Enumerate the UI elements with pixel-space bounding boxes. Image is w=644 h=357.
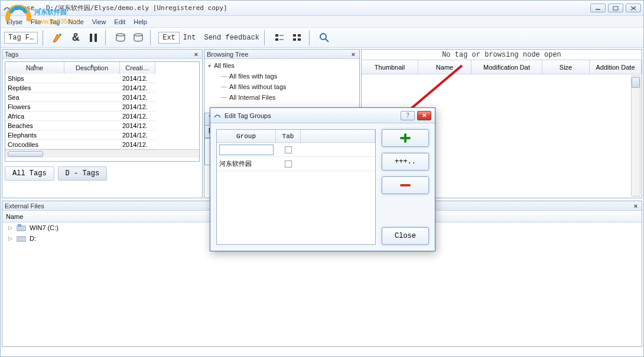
close-button[interactable] <box>626 4 641 12</box>
ext-panel-title: External Files <box>5 202 44 209</box>
tab-d-tags[interactable]: D - Tags <box>58 166 108 181</box>
svg-rect-13 <box>293 34 296 37</box>
tags-panel: Tags × ▲Name ▲Description Creati… Ships2… <box>2 49 203 198</box>
toolbar-separator <box>105 30 109 45</box>
svg-rect-21 <box>17 237 26 241</box>
menu-node[interactable]: Node <box>68 18 83 25</box>
svg-rect-1 <box>613 6 618 10</box>
more-button[interactable]: +++.. <box>382 153 429 171</box>
edit-tag-groups-dialog: Edit Tag Groups ? ✕ Group Tab 河东软件园 +++.… <box>210 107 435 251</box>
tree-item[interactable]: All Internal Files <box>204 92 359 103</box>
svg-point-7 <box>116 34 125 36</box>
toolbar-separator <box>264 30 268 45</box>
svg-rect-20 <box>18 224 21 227</box>
svg-rect-6 <box>95 34 97 42</box>
remove-group-button[interactable] <box>382 176 429 194</box>
thumb-col-name[interactable]: Name <box>418 60 471 74</box>
menu-view[interactable]: View <box>92 18 106 25</box>
menu-elyse[interactable]: Elyse <box>6 18 22 25</box>
thumb-col-size[interactable]: Size <box>542 60 590 74</box>
tags-row[interactable]: Africa2014/12. <box>5 112 199 121</box>
ext-panel-close-icon[interactable]: × <box>632 202 639 209</box>
tags-row[interactable]: Ships2014/12. <box>5 74 199 83</box>
drive-c-icon <box>17 224 26 231</box>
drive-d-icon <box>17 235 26 242</box>
menu-edit[interactable]: Edit <box>114 18 125 25</box>
maximize-button[interactable] <box>608 4 623 12</box>
col-group[interactable]: Group <box>217 130 276 143</box>
tree-item[interactable]: All files with tags <box>204 71 359 81</box>
marker-icon[interactable] <box>51 31 65 45</box>
tag-folder-button[interactable]: Tag F… <box>4 32 38 44</box>
tags-panel-close-icon[interactable]: × <box>193 51 200 58</box>
tags-panel-title: Tags <box>5 51 18 58</box>
tree-item[interactable]: All files without tags <box>204 81 359 92</box>
close-dialog-button[interactable]: Close <box>382 227 429 245</box>
tags-h-scrollbar[interactable] <box>5 149 199 158</box>
svg-point-17 <box>320 34 326 40</box>
thumb-col-moddate[interactable]: Modification Dat <box>471 60 542 74</box>
dialog-icon <box>214 112 221 119</box>
tab-checkbox[interactable] <box>285 146 292 153</box>
send-feedback-button[interactable]: Send feedback <box>204 34 259 42</box>
ext-button[interactable]: Ext <box>158 32 180 44</box>
view-icon-2[interactable] <box>290 31 304 45</box>
tags-row[interactable]: Sea2014/12. <box>5 93 199 102</box>
browsing-tree: ▾All files All files with tags All files… <box>204 59 359 113</box>
thumb-v-scrollbar[interactable] <box>631 76 640 196</box>
tags-col-created[interactable]: Creati… <box>120 62 155 74</box>
group-name-input[interactable] <box>219 145 274 155</box>
app-icon <box>3 4 11 12</box>
svg-rect-15 <box>298 34 301 37</box>
node-icon-1[interactable] <box>113 31 128 45</box>
ampersand-icon[interactable]: & <box>69 31 83 45</box>
tags-col-name[interactable]: ▲Name <box>5 62 64 74</box>
group-row[interactable] <box>217 143 375 157</box>
node-icon-2[interactable] <box>131 31 145 45</box>
tags-row[interactable]: Reptiles2014/12. <box>5 83 199 93</box>
menu-help[interactable]: Help <box>134 18 147 25</box>
view-icon-1[interactable] <box>272 31 287 45</box>
tag-groups-table: Group Tab 河东软件园 <box>216 129 376 245</box>
tags-row[interactable]: Flowers2014/12. <box>5 102 199 112</box>
tags-row[interactable]: Crocodiles2014/12. <box>5 140 199 149</box>
pause-icon[interactable] <box>86 31 100 45</box>
col-tab[interactable]: Tab <box>276 130 301 143</box>
dialog-help-button[interactable]: ? <box>401 111 415 120</box>
toolbar-separator <box>309 30 313 45</box>
svg-rect-19 <box>17 226 26 231</box>
add-group-button[interactable] <box>382 129 429 147</box>
toolbar-separator <box>43 30 46 45</box>
search-icon[interactable] <box>317 31 331 45</box>
titlebar: Elyse - D:/河东软件园/Elyse/demo.ely [Unregis… <box>1 1 643 16</box>
dialog-close-button[interactable]: ✕ <box>417 111 431 120</box>
tree-root[interactable]: ▾All files <box>204 60 359 71</box>
svg-rect-5 <box>90 34 92 42</box>
tags-col-desc[interactable]: ▲Description <box>64 62 120 74</box>
dialog-title: Edit Tag Groups <box>225 112 271 119</box>
toolbar: Tag F… & Ext Int Send feedback <box>1 28 643 48</box>
menu-file[interactable]: File <box>31 18 41 25</box>
thumb-col-thumbnail[interactable]: Thumbnail <box>362 60 418 74</box>
browse-panel-close-icon[interactable]: × <box>350 51 357 58</box>
window-title: Elyse - D:/河东软件园/Elyse/demo.ely [Unregis… <box>15 4 590 12</box>
tags-row[interactable]: Elephants2014/12. <box>5 130 199 140</box>
group-row[interactable]: 河东软件园 <box>217 157 375 171</box>
tab-all-tags[interactable]: All Tags <box>5 166 54 181</box>
col-rest <box>301 130 375 143</box>
svg-point-8 <box>134 34 142 36</box>
tab-checkbox[interactable] <box>285 161 292 168</box>
minimize-button[interactable] <box>590 4 606 12</box>
toolbar-separator <box>150 30 154 45</box>
thumb-col-adddate[interactable]: Addition Date <box>590 60 642 74</box>
svg-rect-10 <box>275 38 278 41</box>
svg-rect-9 <box>275 34 278 37</box>
svg-point-4 <box>59 34 61 36</box>
tags-row[interactable]: Beaches2014/12. <box>5 121 199 130</box>
browse-panel-title: Browsing Tree <box>207 51 248 58</box>
menu-tag[interactable]: Tag <box>50 18 60 25</box>
menubar: Elyse File Tag Node View Edit Help <box>1 16 643 28</box>
svg-rect-14 <box>293 38 296 41</box>
int-button[interactable]: Int <box>183 34 196 42</box>
svg-line-18 <box>326 39 328 42</box>
